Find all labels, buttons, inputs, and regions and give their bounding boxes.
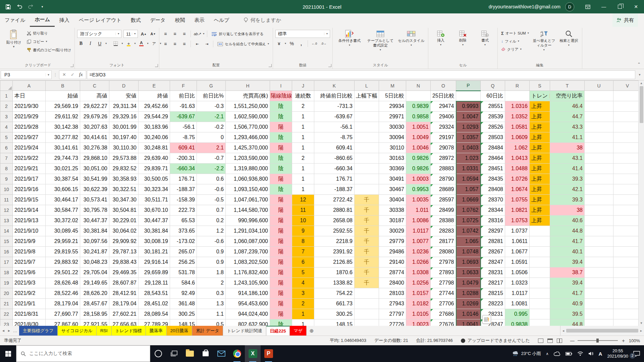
paste-button[interactable]: 貼り付け ▼ bbox=[4, 28, 24, 49]
cell-A23[interactable]: 2021/8/30 bbox=[13, 319, 46, 326]
column-header-N[interactable]: N bbox=[406, 81, 431, 91]
cell-R1[interactable] bbox=[505, 91, 530, 101]
grow-font-button[interactable]: A▲ bbox=[140, 30, 147, 38]
scroll-down-icon[interactable]: ▼ bbox=[640, 321, 643, 325]
cell-B11[interactable]: 30,464.17 bbox=[46, 195, 80, 205]
cell-P2[interactable]: 0.9993 bbox=[456, 101, 481, 112]
cell-Q18[interactable]: 28231 bbox=[481, 267, 505, 278]
cell-M7[interactable]: 30163 bbox=[379, 153, 406, 164]
cell-H9[interactable]: 1,060,936,800 bbox=[226, 174, 270, 184]
cell-U5[interactable] bbox=[585, 132, 613, 143]
cell-D4[interactable]: 30,001.99 bbox=[109, 122, 139, 132]
comma-format-button[interactable]: , bbox=[298, 40, 305, 47]
cell-F18[interactable]: 531.78 bbox=[170, 267, 197, 278]
cell-T2[interactable]: 46.4 bbox=[550, 101, 585, 112]
cell-J13[interactable]: 10 bbox=[292, 216, 314, 226]
normal-view-icon[interactable] bbox=[538, 339, 543, 343]
cell-V13[interactable] bbox=[613, 216, 642, 226]
cell-E14[interactable]: 30,381.84 bbox=[139, 226, 170, 236]
cell-U23[interactable] bbox=[585, 319, 613, 326]
cell-F17[interactable]: 256.25 bbox=[170, 257, 197, 267]
cell-D9[interactable]: 30,358.93 bbox=[109, 174, 139, 184]
formula-bar-splitter[interactable]: ⋮ bbox=[52, 72, 58, 77]
cell-M11[interactable]: 30404 bbox=[379, 195, 406, 205]
cell-R14[interactable]: 1.0737 bbox=[505, 226, 530, 236]
copy-button[interactable]: コピー▾ bbox=[26, 38, 72, 45]
clear-button[interactable]: クリア▾ bbox=[500, 46, 530, 53]
row-header-4[interactable]: 4 bbox=[0, 122, 13, 132]
cell-E9[interactable]: 30,500.05 bbox=[139, 174, 170, 184]
cell-T4[interactable]: 43.3 bbox=[550, 122, 585, 132]
account-email[interactable]: dryyourtearswithlove1@gmail.com bbox=[489, 4, 560, 9]
column-header-L[interactable]: L bbox=[355, 81, 379, 91]
minimize-button[interactable]: — bbox=[596, 0, 612, 13]
cell-L5[interactable] bbox=[355, 132, 379, 143]
sheet-tab-RSI[interactable]: RSI bbox=[97, 326, 112, 336]
cell-J21[interactable]: 2 bbox=[292, 299, 314, 309]
zoom-slider[interactable] bbox=[578, 340, 618, 341]
cell-V9[interactable] bbox=[613, 174, 642, 184]
column-header-S[interactable]: S bbox=[530, 81, 550, 91]
cell-P8[interactable]: 1.0331 bbox=[456, 164, 481, 174]
cell-C7[interactable]: 29,868.10 bbox=[80, 153, 109, 164]
cell-P23[interactable]: 1.0041 bbox=[456, 319, 481, 326]
vertical-scroll-thumb[interactable] bbox=[640, 86, 643, 123]
taskbar-powerpoint-button[interactable]: P bbox=[261, 345, 276, 362]
cell-K20[interactable]: 754.22 bbox=[314, 288, 355, 299]
cell-D14[interactable]: 30,064.02 bbox=[109, 226, 139, 236]
cell-H13[interactable]: 990,996,600 bbox=[226, 216, 270, 226]
cell-H20[interactable]: 914,186,100 bbox=[226, 288, 270, 299]
cell-T1[interactable]: 空売り比率 bbox=[550, 91, 585, 101]
cell-N6[interactable]: 1.0046 bbox=[406, 143, 431, 153]
cell-B20[interactable]: 28,522.46 bbox=[46, 288, 80, 299]
sheet-tab-騰落率[interactable]: 騰落率 bbox=[146, 326, 167, 336]
cell-H19[interactable]: 1,243,105,900 bbox=[226, 278, 270, 288]
cancel-entry-icon[interactable]: ✕ bbox=[62, 72, 66, 77]
cell-R10[interactable]: 1.0674 bbox=[505, 184, 530, 195]
cell-I21[interactable]: 陽 bbox=[270, 299, 292, 309]
cell-U11[interactable] bbox=[585, 195, 613, 205]
cell-G17[interactable]: 0.9 bbox=[197, 257, 226, 267]
cell-G9[interactable]: 0.6 bbox=[197, 174, 226, 184]
cell-J20[interactable]: 3 bbox=[292, 288, 314, 299]
column-header-F[interactable]: F bbox=[170, 81, 197, 91]
sheet-tab-マザ[interactable]: マザ bbox=[290, 326, 307, 336]
cell-N4[interactable]: 1.0051 bbox=[406, 122, 431, 132]
cell-M13[interactable]: 30187 bbox=[379, 216, 406, 226]
cell-Q5[interactable]: 28503 bbox=[481, 132, 505, 143]
cell-C15[interactable]: 30,097.56 bbox=[80, 236, 109, 247]
action-center-button[interactable]: 2 bbox=[633, 351, 640, 357]
cell-M23[interactable]: 27726 bbox=[379, 319, 406, 326]
cell-L6[interactable] bbox=[355, 143, 379, 153]
cell-I11[interactable]: 陽 bbox=[270, 195, 292, 205]
cell-E1[interactable]: 終値 bbox=[139, 91, 170, 101]
taskbar-cortana-button[interactable] bbox=[150, 345, 166, 362]
cell-F1[interactable]: 前日比 bbox=[170, 91, 197, 101]
cell-U19[interactable] bbox=[585, 278, 613, 288]
cell-R15[interactable]: 1.0611 bbox=[505, 236, 530, 247]
cell-H10[interactable]: 1,093,150,400 bbox=[226, 184, 270, 195]
cell-J7[interactable]: 2 bbox=[292, 153, 314, 164]
cell-D21[interactable]: 28,179.04 bbox=[109, 299, 139, 309]
cell-Q10[interactable]: 28408 bbox=[481, 184, 505, 195]
cell-U14[interactable] bbox=[585, 226, 613, 236]
sheet-tab-トレンド指標[interactable]: トレンド指標 bbox=[112, 326, 146, 336]
cell-I18[interactable]: 陽 bbox=[270, 267, 292, 278]
cell-Q6[interactable]: 28484 bbox=[481, 143, 505, 153]
cell-A17[interactable]: 2021/9/7 bbox=[13, 257, 46, 267]
cell-G2[interactable]: -0.3 bbox=[197, 101, 226, 112]
sheet-tab-日経225[interactable]: 日経225 bbox=[266, 326, 290, 336]
cell-B4[interactable]: 30,142.38 bbox=[46, 122, 80, 132]
cell-P11[interactable]: 1.0669 bbox=[456, 195, 481, 205]
zoom-slider-thumb[interactable] bbox=[596, 339, 599, 343]
cell-C6[interactable]: 30,276.38 bbox=[80, 143, 109, 153]
cell-D16[interactable]: 29,787.13 bbox=[109, 247, 139, 257]
cell-H8[interactable]: 1,319,880,000 bbox=[226, 164, 270, 174]
cell-M14[interactable]: 30029 bbox=[379, 226, 406, 236]
cell-L22[interactable] bbox=[355, 309, 379, 319]
row-header-14[interactable]: 14 bbox=[0, 226, 13, 236]
cell-H17[interactable]: 1,083,202,500 bbox=[226, 257, 270, 267]
cell-C4[interactable]: 30,207.63 bbox=[80, 122, 109, 132]
cell-S15[interactable] bbox=[530, 236, 550, 247]
cell-A15[interactable]: 2021/9/9 bbox=[13, 236, 46, 247]
